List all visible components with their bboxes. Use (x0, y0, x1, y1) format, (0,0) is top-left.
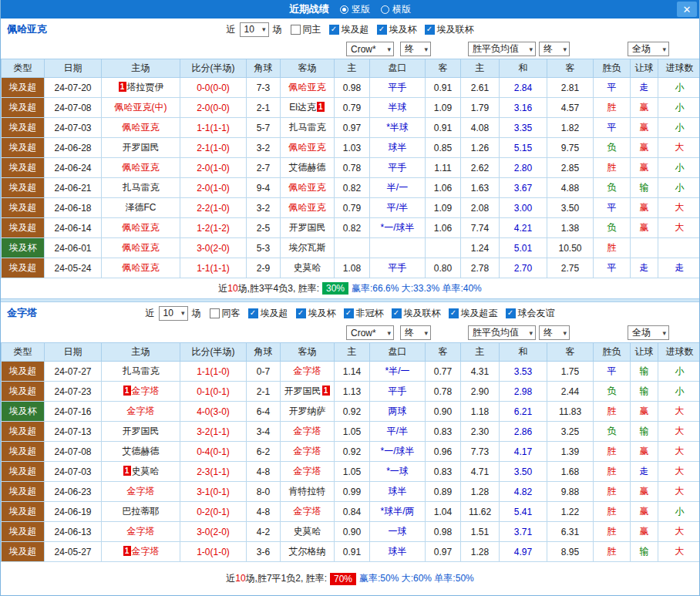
match-date-cell: 24-07-16 (45, 402, 102, 422)
goals-result-cell (658, 238, 700, 258)
euro-home-cell: 1.24 (461, 238, 500, 258)
scope-select[interactable]: 全场 (628, 325, 669, 340)
checkbox-icon[interactable]: ✓ (392, 308, 402, 318)
column-header: 客 (547, 59, 594, 78)
match-count-select[interactable]: 10 (159, 306, 188, 321)
checkbox-icon[interactable]: ✓ (296, 308, 306, 318)
home-odds-cell: 0.84 (335, 502, 370, 522)
filter-checkbox[interactable]: ✓埃及超 (248, 307, 288, 320)
filter-checkbox[interactable]: ✓埃及杯 (377, 23, 417, 36)
filter-checkbox[interactable]: 同主 (291, 23, 321, 36)
column-header: 客 (426, 59, 461, 78)
team-name-text: 佩哈亚克 (123, 162, 160, 173)
checkbox-icon[interactable]: ✓ (248, 308, 258, 318)
filter-checkbox[interactable]: ✓非冠杯 (344, 307, 384, 320)
team-name-title: 佩哈亚克 (7, 22, 47, 36)
euro-away-cell: 3.50 (547, 198, 594, 218)
team-name-text: El达克 (289, 102, 316, 113)
filter-checkbox[interactable]: ✓埃及超盃 (449, 307, 498, 320)
scope-select[interactable]: 全场 (628, 42, 669, 56)
checkbox-icon[interactable]: ✓ (344, 308, 354, 318)
score-cell: 0-2(0-1) (180, 502, 247, 522)
euro-draw-cell: 5.15 (500, 138, 547, 158)
checkbox-icon[interactable]: ✓ (329, 25, 339, 35)
match-count-select[interactable]: 10 (240, 22, 269, 37)
euro-home-cell: 7.74 (461, 218, 500, 238)
away-team-cell: 埃尔瓦斯 (281, 238, 335, 258)
away-team-cell: 史莫哈 (281, 258, 335, 278)
corner-cell: 2-1 (247, 98, 281, 118)
handicap-cell: *半球 (370, 118, 426, 138)
avg-time-select[interactable]: 终 (539, 42, 570, 56)
checkbox-icon[interactable]: ✓ (506, 308, 516, 318)
home-team-cell: 佩哈亚克 (102, 238, 180, 258)
odds-time-select[interactable]: 终 (400, 42, 431, 56)
match-date-cell: 24-06-23 (45, 482, 102, 502)
bookmaker-select[interactable]: Crow* (346, 42, 394, 56)
euro-draw-cell: 2.86 (500, 422, 547, 442)
euro-draw-cell: 4.82 (500, 482, 547, 502)
filter-checkbox[interactable]: ✓埃及杯 (296, 307, 336, 320)
avg-type-select[interactable]: 胜平负均值 (468, 42, 536, 56)
radio-unselected-icon[interactable] (381, 5, 389, 14)
layout-radio-vertical[interactable]: 竖版 (340, 3, 370, 16)
corner-cell: 4-2 (247, 522, 281, 542)
team-name-text: 佩哈亚克 (289, 182, 326, 193)
team-name-text: 开罗国民 (289, 222, 326, 233)
handicap-cell: 平/半 (370, 422, 426, 442)
filter-checkbox[interactable]: ✓球会友谊 (506, 307, 555, 320)
away-odds-cell: 1.09 (426, 98, 461, 118)
euro-home-cell: 1.63 (461, 178, 500, 198)
away-odds-cell: 0.83 (426, 422, 461, 442)
home-odds-cell: 1.05 (335, 462, 370, 482)
column-header: 角球 (247, 59, 281, 78)
red-card-badge: 1 (123, 466, 131, 476)
table-header-row: 类型日期主场比分(半场)角球客场主盘口客主和客胜负让球进球数 (2, 59, 700, 78)
match-date-cell: 24-06-28 (45, 138, 102, 158)
handicap-cell: 平/半 (370, 198, 426, 218)
euro-away-cell: 1.75 (547, 362, 594, 382)
column-header: 主场 (102, 343, 180, 362)
filter-checkbox[interactable]: ✓埃及联杯 (425, 23, 474, 36)
red-card-badge: 1 (317, 102, 325, 112)
filter-row: 佩哈亚克 近 10 场 同主✓埃及超✓埃及杯✓埃及联杯 (1, 19, 699, 40)
avg-time-select[interactable]: 终 (539, 325, 570, 340)
filter-checkbox[interactable]: ✓埃及联杯 (392, 307, 441, 320)
result-cell: 胜 (594, 442, 631, 462)
away-odds-cell: 0.96 (426, 442, 461, 462)
goals-result-cell: 大 (658, 218, 700, 238)
handicap-result-cell: 赢 (631, 198, 658, 218)
checkbox-icon[interactable]: ✓ (377, 25, 387, 35)
away-odds-cell: 0.91 (426, 78, 461, 98)
avg-type-select[interactable]: 胜平负均值 (468, 325, 536, 340)
checkbox-icon[interactable] (291, 25, 301, 35)
checkbox-icon[interactable]: ✓ (449, 308, 459, 318)
euro-away-cell: 10.50 (547, 238, 594, 258)
league-type-cell: 埃及超 (2, 138, 45, 158)
euro-draw-cell: 4.97 (500, 542, 547, 562)
odds-time-select[interactable]: 终 (400, 325, 431, 340)
handicap-result-cell: 输 (631, 422, 658, 442)
handicap-result-cell: 赢 (631, 218, 658, 238)
column-header: 类型 (2, 343, 45, 362)
handicap-result-cell: 输 (631, 382, 658, 402)
summary-count: 10 (235, 573, 245, 584)
close-icon[interactable]: ✕ (677, 2, 697, 17)
column-header: 主场 (102, 59, 180, 78)
match-row: 埃及杯24-07-16金字塔4-0(3-0)6-4开罗纳萨0.92两球0.901… (2, 402, 700, 422)
corner-cell: 3-2 (247, 138, 281, 158)
euro-home-cell: 4.71 (461, 462, 500, 482)
score-cell: 1-1(1-0) (180, 362, 247, 382)
match-date-cell: 24-07-08 (45, 98, 102, 118)
layout-radio-horizontal[interactable]: 横版 (381, 3, 411, 16)
result-cell: 胜 (594, 402, 631, 422)
filter-checkbox[interactable]: ✓埃及超 (329, 23, 369, 36)
away-team-cell: El达克1 (281, 98, 335, 118)
checkbox-icon[interactable] (210, 308, 220, 318)
filter-checkbox[interactable]: 同客 (210, 307, 241, 320)
checkbox-icon[interactable]: ✓ (425, 25, 435, 35)
bookmaker-select[interactable]: Crow* (346, 325, 394, 340)
radio-selected-icon[interactable] (340, 5, 348, 14)
corner-cell: 2-9 (247, 258, 281, 278)
home-team-cell: 金字塔 (102, 402, 180, 422)
